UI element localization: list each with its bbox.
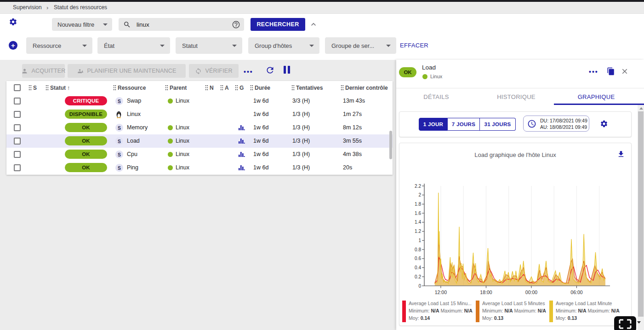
row-checkbox[interactable] — [14, 164, 21, 171]
table-row[interactable]: OKSPingLinux 1w 6d1/3 (H)20s — [6, 161, 393, 175]
search-input[interactable] — [136, 21, 232, 29]
column-header-dernier-contrôle[interactable]: Dernier contrôle — [341, 81, 388, 94]
tab-historique[interactable]: HISTORIQUE — [476, 88, 556, 105]
column-header-ressource[interactable]: Ressource — [113, 81, 146, 94]
legend-item[interactable]: Average Load Last 5 MinutesMinimum: N/A … — [476, 300, 548, 324]
criteria-dropdown-ressource[interactable]: Ressource — [26, 37, 92, 54]
criteria-dropdown-groupe-de-ser-[interactable]: Groupe de ser... — [325, 37, 396, 54]
load-chart[interactable]: 00.20.40.60.811.21.41.61.822.212:0018:00… — [405, 181, 621, 300]
collapse-filters-chevron-icon[interactable] — [309, 20, 318, 29]
table-row[interactable]: OKSMemoryLinux 1w 6d1/3 (H)8m 12s — [6, 121, 393, 135]
parent-name[interactable]: Linux — [176, 121, 189, 134]
filter-settings-gear-icon[interactable] — [9, 17, 17, 26]
graph-icon[interactable] — [239, 138, 245, 144]
table-row[interactable]: OKSLoadLinux 1w 6d1/3 (H)3m 55s — [6, 134, 393, 148]
column-header-parent[interactable]: Parent — [165, 81, 187, 94]
time-button-1-jour[interactable]: 1 JOUR — [419, 118, 448, 131]
check-button[interactable]: VÉRIFIER — [189, 64, 239, 78]
clear-filters-link[interactable]: EFFACER — [400, 42, 428, 49]
resource-name[interactable]: Memory — [127, 121, 148, 134]
add-criteria-button[interactable]: + — [9, 41, 17, 50]
drag-handle-icon[interactable] — [220, 85, 223, 91]
legend-item[interactable]: Average Load Last MinuteMinimum: N/A Max… — [549, 300, 622, 324]
close-panel-icon[interactable] — [621, 67, 629, 75]
drag-handle-icon[interactable] — [341, 85, 344, 91]
acknowledge-button[interactable]: ACQUITTER — [22, 64, 65, 78]
column-header-g[interactable]: G — [235, 81, 244, 94]
graph-icon[interactable] — [239, 151, 245, 157]
select-all-checkbox[interactable] — [14, 84, 21, 91]
parent-name[interactable]: Linux — [176, 94, 189, 108]
export-graph-download-icon[interactable] — [617, 150, 625, 158]
drag-handle-icon[interactable] — [291, 85, 295, 91]
refresh-icon[interactable] — [265, 65, 275, 75]
search-button[interactable]: RECHERCHER — [251, 18, 305, 31]
criteria-dropdown--tat[interactable]: État — [97, 37, 170, 54]
drag-handle-icon[interactable] — [235, 85, 238, 91]
screen-capture-overlay-icon[interactable] — [614, 316, 636, 330]
criteria-dropdown-group-d-h-tes[interactable]: Group d'hôtes — [248, 37, 319, 54]
breadcrumb-supervision[interactable]: Supervision — [13, 2, 42, 13]
table-row[interactable]: CRITIQUESSwapLinux1w 6d3/3 (H)13m 43s — [6, 94, 393, 108]
row-graph-icon-wrap[interactable] — [239, 125, 245, 131]
legend-color-icon — [476, 301, 479, 322]
row-checkbox[interactable] — [14, 111, 21, 118]
set-downtime-button[interactable]: PLANIFIER UNE MAINTENANCE — [68, 64, 186, 78]
column-header-n[interactable]: N — [205, 81, 214, 94]
sort-asc-arrow-icon[interactable]: ↑ — [67, 84, 70, 91]
row-checkbox[interactable] — [14, 138, 21, 145]
time-button-31-jours[interactable]: 31 JOURS — [480, 118, 516, 131]
parent-name[interactable]: Linux — [176, 148, 189, 161]
table-scrollbar[interactable] — [389, 131, 392, 159]
parent-name[interactable]: Linux — [176, 134, 189, 148]
row-checkbox[interactable] — [14, 151, 21, 158]
resource-name[interactable]: Swap — [127, 94, 141, 108]
parent-name[interactable]: Linux — [176, 161, 189, 174]
drag-handle-icon[interactable] — [165, 85, 168, 91]
column-header-durée[interactable]: Durée — [250, 81, 270, 94]
resource-name[interactable]: Cpu — [127, 148, 137, 161]
drag-handle-icon[interactable] — [205, 85, 208, 91]
drag-handle-icon[interactable] — [250, 85, 253, 91]
row-checkbox[interactable] — [14, 98, 21, 104]
column-header-s[interactable]: S — [28, 81, 37, 94]
search-help-icon[interactable] — [232, 20, 240, 29]
status-badge: DISPONIBLE — [65, 110, 107, 119]
row-checkbox[interactable] — [14, 124, 21, 131]
row-graph-icon-wrap[interactable] — [239, 165, 245, 171]
more-actions-icon[interactable]: ••• — [244, 68, 253, 75]
column-header-tentatives[interactable]: Tentatives — [291, 81, 323, 94]
legend-item[interactable]: Average Load Last 15 Minu...Minimum: N/A… — [402, 300, 475, 324]
graph-icon[interactable] — [239, 165, 245, 171]
breadcrumb-statut-des-ressources[interactable]: Statut des ressources — [54, 2, 107, 13]
row-graph-icon-wrap[interactable] — [239, 138, 245, 144]
panel-more-icon[interactable]: ••• — [589, 68, 598, 75]
custom-period-box[interactable]: DU: 17/08/2021 09:49 AU: 18/08/2021 09:4… — [523, 116, 589, 132]
resource-name[interactable]: Ping — [127, 161, 138, 174]
scroll-up-arrow-icon[interactable] — [639, 107, 643, 110]
row-graph-icon-wrap[interactable] — [239, 151, 245, 157]
maintenance-worker-icon — [77, 68, 84, 75]
column-header-a[interactable]: A — [220, 81, 229, 94]
resource-name[interactable]: Linux — [127, 108, 141, 121]
drag-handle-icon[interactable] — [28, 85, 32, 91]
capture-arrow-icon[interactable] — [637, 321, 641, 324]
drag-handle-icon[interactable] — [113, 85, 116, 91]
search-box[interactable] — [119, 18, 244, 31]
graph-icon[interactable] — [239, 125, 245, 131]
drag-handle-icon[interactable] — [46, 85, 49, 91]
legend-series-name: Average Load Last Minute — [556, 300, 622, 307]
column-header-statut[interactable]: Statut↑ — [46, 81, 70, 94]
tab-détails[interactable]: DÉTAILS — [396, 88, 476, 105]
time-button-7-jours[interactable]: 7 JOURS — [448, 118, 480, 131]
criteria-dropdown-statut[interactable]: Statut — [176, 37, 242, 54]
pause-autorefresh-icon[interactable] — [284, 66, 290, 74]
tab-graphique[interactable]: GRAPHIQUE — [556, 88, 636, 105]
graph-settings-gear-icon[interactable] — [600, 120, 608, 128]
table-row[interactable]: OKSCpuLinux 1w 6d1/3 (H)4m 38s — [6, 148, 393, 162]
panel-scrollbar-thumb[interactable] — [638, 111, 644, 317]
copy-link-icon[interactable] — [607, 67, 615, 75]
resource-name[interactable]: Load — [127, 134, 140, 148]
table-row[interactable]: DISPONIBLE Linux1w 6d1/3 (H)1m 27s — [6, 108, 393, 122]
saved-filter-select[interactable]: Nouveau filtre — [52, 18, 112, 31]
